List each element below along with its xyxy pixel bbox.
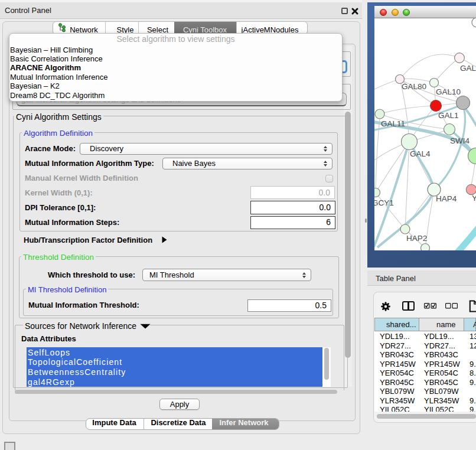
- svg-text:HAP2: HAP2: [406, 234, 427, 243]
- svg-text:GAL80: GAL80: [402, 82, 426, 91]
- svg-text:Y: Y: [472, 194, 476, 203]
- svg-text:HAP4: HAP4: [436, 194, 457, 203]
- svg-text:GAL7: GAL7: [460, 64, 476, 73]
- svg-text:GAL1: GAL1: [438, 111, 459, 120]
- svg-text:GAL4: GAL4: [410, 149, 431, 158]
- svg-text:GAL11: GAL11: [381, 119, 405, 128]
- svg-text:SWI4: SWI4: [450, 136, 470, 145]
- svg-text:GAL10: GAL10: [436, 87, 461, 96]
- svg-text:GCY1: GCY1: [374, 198, 394, 207]
